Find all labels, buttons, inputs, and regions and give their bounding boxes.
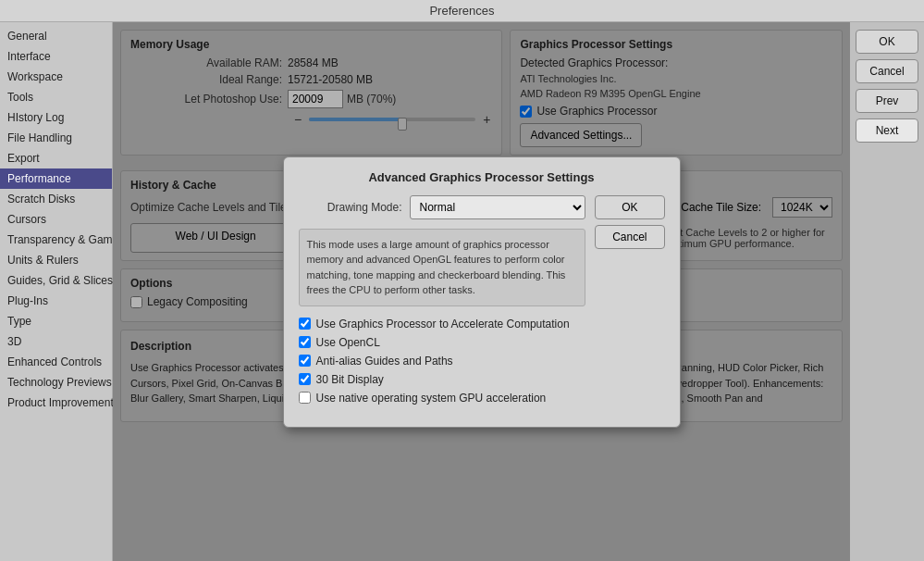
- sidebar-item-export[interactable]: Export: [0, 148, 112, 168]
- sidebar-item-performance[interactable]: Performance: [0, 168, 112, 189]
- sidebar-item-file-handling[interactable]: File Handling: [0, 128, 112, 148]
- ok-button[interactable]: OK: [856, 30, 918, 54]
- modal-checkbox-label-use-gpu-accel: Use Graphics Processor to Accelerate Com…: [316, 318, 570, 330]
- cancel-button[interactable]: Cancel: [856, 59, 918, 83]
- sidebar-item-transparency-gamut[interactable]: Transparency & Gamut: [0, 230, 112, 250]
- modal-checkbox-label-native-gpu: Use native operating system GPU accelera…: [316, 392, 547, 405]
- sidebar: GeneralInterfaceWorkspaceToolsHIstory Lo…: [0, 22, 113, 561]
- sidebar-item-enhanced-controls[interactable]: Enhanced Controls: [0, 352, 112, 372]
- drawing-mode-select[interactable]: Basic Normal Advanced: [410, 195, 586, 219]
- sidebar-item-history-log[interactable]: HIstory Log: [0, 107, 112, 128]
- modal-title: Advanced Graphics Processor Settings: [299, 170, 665, 184]
- modal-checkbox-row-anti-alias: Anti-alias Guides and Paths: [299, 355, 665, 368]
- modal-checkbox-row-use-opencl: Use OpenCL: [299, 336, 665, 349]
- prev-button[interactable]: Prev: [856, 89, 918, 113]
- title-bar: Preferences: [0, 0, 924, 22]
- next-button[interactable]: Next: [856, 118, 918, 143]
- sidebar-item-scratch-disks[interactable]: Scratch Disks: [0, 189, 112, 209]
- modal-checkbox-row-30bit: 30 Bit Display: [299, 373, 665, 386]
- modal-checkbox-anti-alias[interactable]: [299, 355, 311, 367]
- modal-checkbox-30bit[interactable]: [299, 373, 311, 385]
- sidebar-item-general[interactable]: General: [0, 26, 112, 46]
- modal-checkbox-label-use-opencl: Use OpenCL: [316, 336, 380, 349]
- modal-cancel-btn[interactable]: Cancel: [595, 225, 664, 249]
- modal-checkbox-label-30bit: 30 Bit Display: [316, 373, 384, 386]
- sidebar-item-interface[interactable]: Interface: [0, 46, 112, 67]
- drawing-mode-label: Drawing Mode:: [299, 201, 410, 214]
- main-content: Memory Usage Available RAM: 28584 MB Ide…: [113, 22, 850, 561]
- modal-overlay: Advanced Graphics Processor Settings Dra…: [113, 22, 850, 561]
- advanced-gpu-modal: Advanced Graphics Processor Settings Dra…: [283, 156, 681, 428]
- sidebar-item-guides-grid-slices[interactable]: Guides, Grid & Slices: [0, 270, 112, 291]
- modal-checkbox-row-use-gpu-accel: Use Graphics Processor to Accelerate Com…: [299, 318, 665, 330]
- sidebar-item-plug-ins[interactable]: Plug-Ins: [0, 291, 112, 311]
- window-title: Preferences: [429, 4, 494, 18]
- sidebar-item-tools[interactable]: Tools: [0, 87, 112, 107]
- right-buttons-panel: OK Cancel Prev Next: [850, 22, 924, 561]
- modal-checkbox-native-gpu[interactable]: [299, 392, 311, 404]
- modal-description: This mode uses a large amount of graphic…: [299, 229, 586, 306]
- sidebar-item-units-rulers[interactable]: Units & Rulers: [0, 250, 112, 270]
- modal-checkbox-use-opencl[interactable]: [299, 336, 311, 348]
- sidebar-item-product-improvement[interactable]: Product Improvement: [0, 393, 112, 413]
- sidebar-item-type[interactable]: Type: [0, 311, 112, 331]
- modal-ok-btn[interactable]: OK: [595, 195, 664, 219]
- sidebar-item-cursors[interactable]: Cursors: [0, 209, 112, 230]
- modal-checkbox-row-native-gpu: Use native operating system GPU accelera…: [299, 392, 665, 405]
- modal-checkbox-use-gpu-accel[interactable]: [299, 318, 311, 330]
- sidebar-item-technology-previews[interactable]: Technology Previews: [0, 372, 112, 393]
- sidebar-item-workspace[interactable]: Workspace: [0, 67, 112, 87]
- modal-checkbox-label-anti-alias: Anti-alias Guides and Paths: [316, 355, 453, 368]
- modal-checkboxes: Use Graphics Processor to Accelerate Com…: [299, 318, 665, 405]
- sidebar-item-3d[interactable]: 3D: [0, 331, 112, 352]
